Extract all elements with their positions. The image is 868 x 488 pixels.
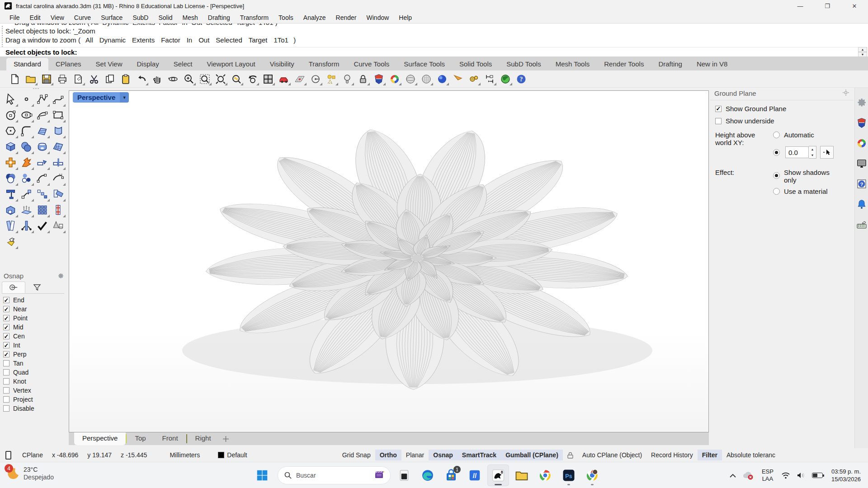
status-x-48-696[interactable]: x -48.696 [47,450,83,460]
minimize-button[interactable]: — [787,0,814,12]
restore-button[interactable]: ❐ [814,0,841,12]
fillet-curve-tool[interactable] [19,123,34,139]
rhino-app[interactable]: 8 [487,465,509,486]
onedrive-error-icon[interactable] [742,471,754,480]
scroll-up-icon[interactable]: ▲ [858,47,867,52]
toolbar-tab-surface-tools[interactable]: Surface Tools [396,58,452,70]
text-tool[interactable] [3,186,19,202]
osnap-gear-icon[interactable] [57,272,64,279]
hide-icon[interactable] [308,72,323,86]
orient-tool[interactable] [19,218,34,234]
help-panel-icon[interactable]: ? [856,178,867,189]
undo-view-icon[interactable] [245,72,259,86]
new-file-icon[interactable] [7,72,22,86]
status-absolute-toleranc[interactable]: Absolute toleranc [722,450,780,460]
zoom-window-icon[interactable] [197,72,212,86]
lock-icon[interactable] [355,72,370,86]
toolbar-tab-select[interactable]: Select [166,58,200,70]
toolbar-tab-render-tools[interactable]: Render Tools [597,58,651,70]
status-osnap[interactable]: Osnap [429,450,458,460]
torus-tool[interactable] [34,139,50,155]
use-material-radio[interactable] [773,188,780,195]
toolbar-tab-curve-tools[interactable]: Curve Tools [346,58,396,70]
viewport-tab-perspective[interactable]: Perspective [74,432,126,445]
osnap-checkbox-point[interactable]: ✓ [3,315,9,321]
select-tool[interactable] [3,91,19,107]
menu-surface[interactable]: Surface [96,13,127,22]
options-icon[interactable] [466,72,481,86]
wifi-icon[interactable] [781,472,790,479]
help-icon[interactable]: ? [514,72,528,86]
notify-cone-icon[interactable] [450,72,465,86]
status-filter[interactable]: Filter [698,450,722,460]
toolbar-tab-visibility[interactable]: Visibility [263,58,302,70]
save-icon[interactable] [39,72,54,86]
polyline-tool[interactable] [34,91,50,107]
arc-tool[interactable] [34,107,50,123]
rendered-view-icon[interactable] [387,72,402,86]
primitives-tool[interactable] [50,218,66,234]
volume-icon[interactable] [797,472,806,479]
command-option-extents[interactable]: Extents [132,36,155,44]
check-tool[interactable] [34,218,50,234]
viewport-title-label[interactable]: Perspective [73,92,120,103]
menu-drafting[interactable]: Drafting [203,13,235,22]
extrude-tool[interactable] [19,202,34,218]
toolbar-tab-solid-tools[interactable]: Solid Tools [452,58,499,70]
osnap-checkbox-end[interactable]: ✓ [3,297,9,303]
osnap-checkbox-int[interactable]: ✓ [3,342,9,348]
polygon-tool[interactable] [3,123,19,139]
move-tool[interactable] [19,186,34,202]
status-record-history[interactable]: Record History [646,450,698,460]
status-smarttrack[interactable]: SmartTrack [458,450,501,460]
command-option-dynamic[interactable]: Dynamic [99,36,126,44]
blue-slash-app[interactable]: // [464,465,486,486]
toolbar-tab-mesh-tools[interactable]: Mesh Tools [548,58,597,70]
display-panel-icon[interactable] [856,117,867,128]
command-option-target[interactable]: Target [249,36,268,44]
menu-solid[interactable]: Solid [153,13,177,22]
osnap-checkbox-quad[interactable] [3,369,9,375]
status-gumball-cplane-[interactable]: Gumball (CPlane) [501,450,563,460]
chrome-profile[interactable] [581,465,603,486]
osnap-checkbox-mid[interactable]: ✓ [3,324,9,330]
dimension-icon[interactable] [482,72,497,86]
status-planar[interactable]: Planar [401,450,429,460]
print-icon[interactable] [55,72,70,86]
height-value-radio[interactable] [773,149,780,156]
command-scrollbar[interactable]: ▲ ▼ [858,47,867,56]
monitor-panel-icon[interactable] [856,158,867,169]
sidebar-drag-handle[interactable] [33,88,39,89]
battery-icon[interactable] [812,473,823,478]
zoom-selected-icon[interactable] [229,72,244,86]
menu-tools[interactable]: Tools [274,13,298,22]
tray-chevron-icon[interactable] [730,474,736,478]
menu-mesh[interactable]: Mesh [178,13,203,22]
osnap-tab-snaps[interactable] [2,282,25,293]
osnap-checkbox-project[interactable] [3,396,9,403]
osnap-checkbox-cen[interactable]: ✓ [3,333,9,339]
toolbar-tab-viewport-layout[interactable]: Viewport Layout [199,58,262,70]
panel-gear-icon[interactable] [856,97,867,108]
selection-filter-icon[interactable] [5,451,11,460]
toolbar-tab-cplanes[interactable]: CPlanes [48,58,89,70]
explode-tool[interactable] [3,155,19,170]
scale-tool[interactable] [50,202,66,218]
notifications-panel-icon[interactable] [856,199,867,210]
rectangle-tool[interactable] [50,107,66,123]
status-ortho[interactable]: Ortho [375,450,401,460]
point-tool[interactable] [19,91,34,107]
command-option-all[interactable]: All [85,36,93,44]
height-value-input[interactable]: 0.0 [785,146,809,158]
shaded-view-icon[interactable] [403,72,418,86]
join-tool[interactable] [3,218,19,234]
pan-icon[interactable] [150,72,165,86]
patch-tool[interactable] [50,139,66,155]
viewport-title-dropdown[interactable]: ▼ [120,92,129,103]
status-grid-snap[interactable]: Grid Snap [338,450,375,460]
menu-transform[interactable]: Transform [235,13,274,22]
copy-icon[interactable] [102,72,117,86]
pick-height-button[interactable] [820,146,834,159]
osnap-checkbox-perp[interactable]: ✓ [3,351,9,357]
viewport-tab-right[interactable]: Right [187,432,219,445]
